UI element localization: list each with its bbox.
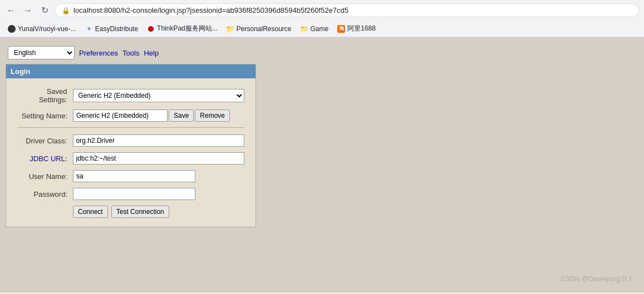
github-icon — [8, 25, 16, 33]
folder-icon-game: 📁 — [301, 25, 308, 33]
setting-name-row: Setting Name: Save Remove — [17, 109, 244, 122]
star-icon: ✦ — [85, 25, 93, 33]
url-text: localhost:8080/h2-console/login.jsp?jses… — [73, 6, 348, 14]
remove-button[interactable]: Remove — [195, 109, 230, 122]
saved-settings-select[interactable]: Generic H2 (Embedded) Generic H2 (Server… — [73, 89, 244, 102]
user-name-row: User Name: — [17, 170, 244, 182]
jdbc-url-input[interactable] — [73, 152, 244, 165]
login-panel-body: Saved Settings: Generic H2 (Embedded) Ge… — [6, 78, 255, 227]
bookmark-ali1688[interactable]: 淘 阿里1688 — [334, 22, 379, 35]
bookmark-game-label: Game — [311, 25, 329, 33]
page-content: English Chinese French German Japanese P… — [0, 37, 644, 293]
browser-titlebar: ← → ↻ 🔒 localhost:8080/h2-console/login.… — [0, 0, 644, 21]
driver-class-row: Driver Class: — [17, 134, 244, 147]
saved-settings-label: Saved Settings: — [17, 87, 73, 104]
setting-name-input[interactable] — [73, 109, 168, 122]
connect-row: Connect Test Connection — [73, 206, 244, 218]
bookmark-easydistribute[interactable]: ✦ EasyDistribute — [82, 23, 141, 34]
tools-link[interactable]: Tools — [122, 49, 139, 57]
lock-icon: 🔒 — [62, 7, 70, 14]
setting-name-controls: Save Remove — [73, 109, 230, 122]
bookmark-personalresource-label: PersonalResource — [237, 25, 292, 33]
driver-class-label: Driver Class: — [17, 137, 73, 145]
help-link[interactable]: Help — [144, 49, 159, 57]
address-bar[interactable]: 🔒 localhost:8080/h2-console/login.jsp?js… — [55, 3, 640, 17]
driver-class-input[interactable] — [73, 134, 244, 147]
login-panel-header: Login — [6, 64, 255, 78]
password-input[interactable] — [73, 188, 195, 200]
test-connection-button[interactable]: Test Connection — [111, 206, 169, 218]
bookmark-yunaiv-label: YunaiV/ruoyi-vue-... — [18, 25, 76, 33]
back-button[interactable]: ← — [4, 4, 18, 17]
bookmark-yunaiv[interactable]: YunaiV/ruoyi-vue-... — [4, 23, 80, 34]
bookmark-game[interactable]: 📁 Game — [297, 23, 332, 34]
bookmark-ali-label: 阿里1688 — [347, 24, 376, 33]
save-button[interactable]: Save — [169, 109, 194, 122]
bookmarks-bar: YunaiV/ruoyi-vue-... ✦ EasyDistribute Th… — [0, 21, 644, 37]
red-dot-icon — [147, 25, 155, 33]
forward-button[interactable]: → — [21, 4, 35, 17]
watermark: CSDN @Davieyang.D.Y — [561, 275, 633, 283]
jdbc-url-label: JDBC URL: — [17, 155, 73, 163]
folder-icon-personal: 📁 — [227, 25, 234, 33]
password-row: Password: — [17, 188, 244, 200]
jdbc-url-row: JDBC URL: — [17, 152, 244, 165]
reload-button[interactable]: ↻ — [38, 4, 51, 17]
preferences-link[interactable]: Preferences — [79, 49, 118, 57]
password-label: Password: — [17, 190, 73, 198]
divider — [17, 127, 244, 128]
saved-settings-row: Saved Settings: Generic H2 (Embedded) Ge… — [17, 87, 244, 104]
connect-button[interactable]: Connect — [73, 206, 108, 218]
bookmark-personalresource[interactable]: 📁 PersonalResource — [223, 23, 295, 34]
user-name-label: User Name: — [17, 172, 73, 181]
language-select[interactable]: English Chinese French German Japanese — [8, 46, 75, 59]
bookmark-thinkpad[interactable]: ThinkPad服务网站... — [144, 22, 221, 35]
bookmark-easydistribute-label: EasyDistribute — [95, 25, 138, 33]
ali-icon: 淘 — [337, 25, 345, 33]
setting-name-label: Setting Name: — [17, 112, 73, 120]
h2-toolbar: English Chinese French German Japanese P… — [6, 43, 638, 64]
browser-chrome: ← → ↻ 🔒 localhost:8080/h2-console/login.… — [0, 0, 644, 37]
bookmark-thinkpad-label: ThinkPad服务网站... — [157, 24, 218, 33]
login-panel: Login Saved Settings: Generic H2 (Embedd… — [6, 64, 256, 227]
user-name-input[interactable] — [73, 170, 195, 182]
